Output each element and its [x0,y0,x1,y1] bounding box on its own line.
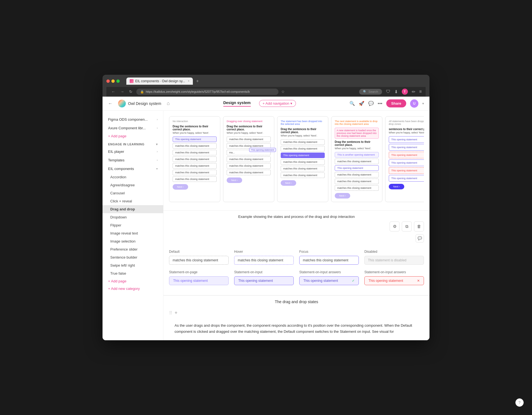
frame2-title: Drag the sentences to their correct plac… [227,125,271,131]
sidebar-sub-image-selection[interactable]: Image selection [103,237,163,245]
demo-frame-5: All statements have been dropped into dr… [385,116,424,202]
frame4-opening1: This is another opening statement [335,152,379,158]
frame2-close4: matches this closing statement [227,156,271,162]
sidebar-sub-swipe[interactable]: Swipe left/ right [103,261,163,269]
focus-label: Focus [299,250,359,254]
sidebar-sub-drag-drop[interactable]: Drag and drop [103,205,163,213]
frame2-next-button[interactable]: Next › [227,177,242,183]
sidebar-sub-sentence-builder[interactable]: Sentence builder [103,253,163,261]
add-navigation-button[interactable]: + Add navigation ▾ [259,100,296,107]
more-icon[interactable]: ••• [378,101,382,106]
bookmark-icon[interactable]: ☆ [281,89,285,94]
frame4-opening2: This opening statement [335,165,379,171]
frame3-close5: matches this closing statement [281,172,325,178]
preference-slider-label: Preference slider [110,247,137,251]
add-page-top-button[interactable]: + Add page [103,132,163,140]
sidebar-sub-flipper[interactable]: Flipper [103,221,163,229]
shield-icon[interactable]: 🛡 [386,89,390,94]
frame3-next-button[interactable]: Next › [281,180,296,186]
nav-center: Design system + Add navigation ▾ [175,100,344,107]
comment-button[interactable]: 💬 [416,234,424,243]
brand-logo: Owl Design system [118,100,161,107]
agree-disagree-label: Agree/disagree [110,183,135,187]
copy-button[interactable]: ⧉ [402,221,412,231]
sidebar-item-axure[interactable]: Axure Component libr... › [103,124,163,132]
states-row-1: Default matches this closing statement H… [169,250,424,265]
frame2-close5: matches this closing statement [227,163,271,169]
search-bar[interactable]: 🔍 Search [359,89,382,95]
templates-chevron: › [157,159,158,162]
image-reveal-label: Image reveal text [110,231,138,235]
brand-name: Owl Design system [128,101,161,106]
sidebar-item-eil-components[interactable]: EIL components ▾ [103,164,163,173]
rocket-icon[interactable]: 🚀 [359,101,364,106]
frame3-label: The statement has been dropped into the … [281,120,325,125]
frame5-next-button[interactable]: Next › [389,184,404,189]
frame4-close1: matches this closing statement [335,159,379,164]
frame1-close5: matches this closing statement [173,170,217,175]
frame5-stmt1: This opening statement ✓ [389,136,424,143]
nav-chevron: ▾ [290,101,292,105]
add-block-button[interactable]: + [175,310,178,316]
sidebar-sub-image-reveal[interactable]: Image reveal text [103,229,163,237]
sidebar-sub-accordion[interactable]: Accordion [103,173,163,181]
settings-button[interactable]: ⚙ [390,221,400,231]
frame4-next-button[interactable]: Next › [335,193,350,199]
axure-label: Axure Component libr... [108,126,157,130]
new-tab-button[interactable]: + [194,78,201,85]
sidebar-item-templates[interactable]: Templates › [103,156,163,164]
refresh-button[interactable]: ↻ [128,89,134,94]
sidebar-sub-dropdown[interactable]: Dropdown [103,213,163,221]
home-icon[interactable]: ⌂ [167,100,170,106]
nav-design-system[interactable]: Design system [223,100,251,107]
frame2-subtitle: When you're happy, select 'Next'. [227,132,271,134]
stmt-input-label: Statement-on-input [234,270,294,274]
chat-nav-icon[interactable]: 💬 [368,101,374,106]
stmt-input-ans2-box: This opening statement ✕ [364,276,424,285]
maximize-traffic-light[interactable] [116,79,120,83]
sidebar-item-eil-player[interactable]: EIL player › [103,147,163,156]
back-button[interactable]: ← [110,89,116,94]
tab-close-icon[interactable]: × [188,79,190,83]
pen-icon[interactable]: ✏ [412,89,415,94]
help-button[interactable]: ? [515,398,524,407]
frame1-close4: matches this closing statement [173,163,217,169]
sidebar-sub-carousel[interactable]: Carousel [103,189,163,197]
add-category-button[interactable]: + Add new category [103,285,163,292]
forward-button[interactable]: → [119,89,125,94]
delete-button[interactable]: 🗑 [414,221,424,231]
state-stmt-input: Statement-on-input This opening statemen… [234,270,294,285]
frame5-stmt5-text: This opening statement [391,169,417,172]
app-back-button[interactable]: ← [108,101,112,106]
profile-icon[interactable]: T [402,89,408,95]
add-page-bottom-label: + Add page [108,279,126,283]
search-nav-icon[interactable]: 🔍 [349,101,355,106]
share-button[interactable]: Share [386,99,406,107]
app-content: ← Owl Design system ⌂ Design system + Ad… [103,97,429,340]
drag-handle[interactable]: ⠿ + [163,308,429,318]
frame3-close1: matches this closing statement [281,139,325,145]
menu-icon[interactable]: ≡ [419,89,422,94]
sidebar-sub-true-false[interactable]: True false [103,269,163,277]
frame1-next-button[interactable]: Next › [173,184,188,190]
download-icon[interactable]: ⬇ [394,89,398,94]
sidebar-sub-preference-slider[interactable]: Preference slider [103,245,163,253]
user-chevron[interactable]: ▾ [422,102,424,105]
sidebar-item-figma[interactable]: Figma ODS componen... › [103,115,163,124]
add-page-bottom-button[interactable]: + Add page [103,277,163,285]
frame4-annotation: A new statement is loaded once the previ… [335,128,379,139]
sidebar-sub-click-reveal[interactable]: Click + reveal [103,197,163,205]
demo-frame-4: The next statement is available to drop … [331,116,382,202]
user-avatar[interactable]: U [410,99,418,108]
minimize-traffic-light[interactable] [111,79,115,83]
stmt-input-ans2-label: Statement-on-input answers [364,270,424,274]
active-tab[interactable]: EIL components · Owl design sy... × [126,78,193,85]
frame2-close6: matches this closing statement [227,170,271,175]
axure-chevron: › [157,127,158,130]
tab-label: EIL components · Owl design sy... [135,79,185,83]
stmt-page-label: Statement-on-page [169,270,229,274]
tab-favicon [130,79,134,83]
address-bar[interactable]: 🔒 https://kallidus.zeroheight.com/styleg… [136,89,278,95]
close-traffic-light[interactable] [106,79,110,83]
sidebar-sub-agree-disagree[interactable]: Agree/disagree [103,181,163,189]
